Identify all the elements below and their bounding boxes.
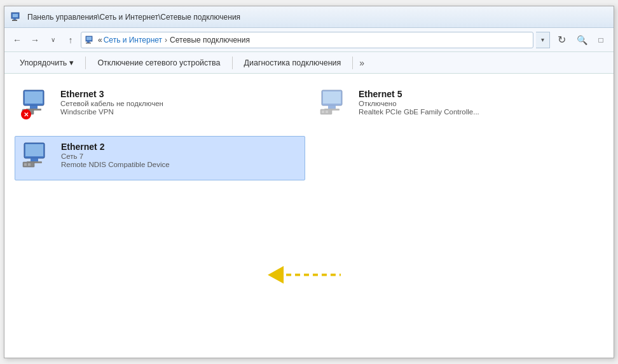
ethernet3-line1: Сетевой кабель не подключен <box>60 100 163 107</box>
svg-rect-1 <box>13 14 18 17</box>
ethernet3-icon-wrapper: ✕ <box>21 89 54 119</box>
disable-device-button[interactable]: Отключение сетевого устройства <box>88 52 229 73</box>
toolbar-more-button[interactable]: » <box>355 58 368 68</box>
svg-rect-17 <box>328 105 336 109</box>
svg-rect-5 <box>86 37 92 40</box>
ethernet2-item[interactable]: Ethernet 2 Сеть 7 Remote NDIS Compatible… <box>15 136 305 180</box>
ethernet5-info: Ethernet 5 Отключено Realtek PCIe GbE Fa… <box>359 89 479 116</box>
breadcrumb-sep1: › <box>165 36 167 44</box>
svg-rect-7 <box>86 43 91 44</box>
extra-button[interactable]: □ <box>593 32 608 48</box>
ethernet5-icon-wrapper <box>319 89 352 119</box>
content-area: ✕ Ethernet 3 Сетевой кабель не подключен… <box>4 74 614 358</box>
back-button[interactable]: ← <box>10 32 25 48</box>
ethernet5-line1: Отключено <box>359 100 479 107</box>
svg-rect-10 <box>30 105 38 109</box>
svg-rect-28 <box>28 163 31 166</box>
ethernet3-info: Ethernet 3 Сетевой кабель не подключен W… <box>60 89 163 116</box>
svg-rect-20 <box>322 111 324 113</box>
toolbar: Упорядочить ▾ Отключение сетевого устрой… <box>4 52 614 74</box>
breadcrumb: « Сеть и Интернет › Сетевые подключения <box>98 36 529 44</box>
breadcrumb-network-internet[interactable]: Сеть и Интернет <box>104 36 162 44</box>
svg-rect-2 <box>13 18 16 20</box>
ethernet2-icon <box>22 142 52 170</box>
ethernet2-name: Ethernet 2 <box>61 142 170 152</box>
svg-rect-6 <box>87 41 90 43</box>
diagnostics-label: Диагностика подключения <box>244 58 341 67</box>
svg-rect-23 <box>25 144 43 156</box>
ethernet5-name: Ethernet 5 <box>359 89 479 99</box>
up-button[interactable]: ↑ <box>63 32 78 48</box>
toolbar-sep1 <box>85 57 86 69</box>
ethernet3-line2: Windscribe VPN <box>60 108 163 116</box>
ethernet3-item[interactable]: ✕ Ethernet 3 Сетевой кабель не подключен… <box>15 84 305 128</box>
ethernet5-line2: Realtek PCIe GbE Family Controlle... <box>359 108 479 116</box>
organize-arrow-icon: ▾ <box>69 58 74 67</box>
ethernet2-line1: Сеть 7 <box>61 152 170 160</box>
dropdown-nav-button[interactable]: ∨ <box>45 32 60 48</box>
address-field: « Сеть и Интернет › Сетевые подключения <box>81 32 533 48</box>
title-bar-text: Панель управления\Сеть и Интернет\Сетевы… <box>27 13 240 22</box>
organize-label: Упорядочить <box>20 58 67 67</box>
title-bar: Панель управления\Сеть и Интернет\Сетевы… <box>4 6 614 28</box>
svg-rect-16 <box>323 91 341 104</box>
main-window: Панель управления\Сеть и Интернет\Сетевы… <box>4 6 614 358</box>
refresh-button[interactable]: ↻ <box>553 32 570 48</box>
diagnostics-button[interactable]: Диагностика подключения <box>235 52 350 73</box>
search-button[interactable]: 🔍 <box>573 32 591 48</box>
organize-button[interactable]: Упорядочить ▾ <box>11 52 83 73</box>
toolbar-sep2 <box>232 57 233 69</box>
titlebar-icon <box>11 12 24 22</box>
svg-rect-3 <box>12 20 17 21</box>
ethernet2-icon-wrapper <box>22 142 55 172</box>
svg-marker-30 <box>268 266 284 284</box>
connections-grid: ✕ Ethernet 3 Сетевой кабель не подключен… <box>4 74 614 191</box>
svg-rect-27 <box>24 163 27 166</box>
network-icon <box>85 36 95 44</box>
address-bar: ← → ∨ ↑ « Сеть и Интернет › Сетевые подк… <box>4 28 614 52</box>
breadcrumb-guillemet: « <box>98 36 102 44</box>
forward-button[interactable]: → <box>27 32 43 48</box>
ethernet2-line2: Remote NDIS Compatible Device <box>61 161 170 168</box>
svg-rect-21 <box>326 111 328 113</box>
ethernet3-name: Ethernet 3 <box>60 89 163 99</box>
ethernet5-icon <box>319 89 350 117</box>
ethernet5-item[interactable]: Ethernet 5 Отключено Realtek PCIe GbE Fa… <box>313 84 603 128</box>
svg-rect-24 <box>31 158 38 161</box>
ethernet2-info: Ethernet 2 Сеть 7 Remote NDIS Compatible… <box>61 142 170 168</box>
svg-rect-9 <box>25 91 43 104</box>
address-dropdown-button[interactable]: ▾ <box>536 32 550 48</box>
breadcrumb-connections: Сетевые подключения <box>170 36 250 44</box>
disable-label: Отключение сетевого устройства <box>97 58 220 67</box>
toolbar-sep3 <box>352 57 353 69</box>
error-badge: ✕ <box>21 109 31 119</box>
